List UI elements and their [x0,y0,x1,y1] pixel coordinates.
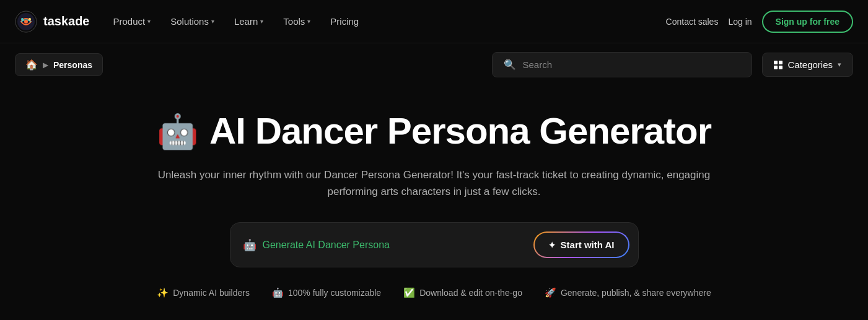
nav-item-solutions[interactable]: Solutions ▾ [162,11,223,32]
svg-point-4 [28,18,31,20]
nav-item-pricing[interactable]: Pricing [322,11,367,32]
feature-label-4: Generate, publish, & share everywhere [561,288,711,298]
robot-emoji-2: 🤖 [272,287,284,298]
cta-box: 🤖 Generate AI Dancer Persona ✦ Start wit… [230,222,639,267]
svg-point-2 [24,20,28,24]
svg-point-3 [21,18,24,20]
categories-button[interactable]: Categories ▾ [762,53,853,77]
search-icon: 🔍 [504,59,516,71]
sparkle-emoji: ✨ [157,287,169,298]
page-description: Unleash your inner rhythm with our Dance… [156,166,713,200]
cta-placeholder-text: Generate AI Dancer Persona [263,240,390,251]
start-with-ai-button[interactable]: ✦ Start with AI [533,231,629,258]
cta-robot-icon: 🤖 [243,238,256,252]
feature-label-3: Download & edit on-the-go [419,288,522,298]
logo-text: taskade [43,14,90,28]
home-icon: 🏠 [25,59,38,71]
search-placeholder: Search [522,59,552,70]
sparkle-icon: ✦ [548,240,556,250]
chevron-down-icon: ▾ [211,18,214,25]
feature-label-2: 100% fully customizable [288,288,381,298]
feature-label-1: Dynamic AI builders [173,288,250,298]
robot-emoji: 🤖 [157,115,198,148]
check-emoji: ✅ [403,287,415,298]
main-content: 🤖 AI Dancer Persona Generator Unleash yo… [0,86,868,317]
logo[interactable]: taskade [15,11,90,33]
breadcrumb[interactable]: 🏠 ▶ Personas [15,53,103,76]
chevron-down-icon: ▾ [147,18,151,25]
login-button[interactable]: Log in [728,17,752,27]
nav-links: Product ▾ Solutions ▾ Learn ▾ Tools ▾ Pr… [105,11,368,32]
features-row: ✨ Dynamic AI builders 🤖 100% fully custo… [157,287,711,298]
page-title: AI Dancer Persona Generator [209,111,711,152]
rocket-emoji: 🚀 [545,287,556,298]
search-input[interactable]: 🔍 Search [492,52,752,77]
breadcrumb-bar: 🏠 ▶ Personas 🔍 Search Categories ▾ [0,43,868,86]
nav-right: Contact sales Log in Sign up for free [666,11,853,33]
breadcrumb-arrow: ▶ [43,61,48,69]
chevron-down-icon: ▾ [307,18,310,25]
signup-button[interactable]: Sign up for free [762,11,853,33]
breadcrumb-current: Personas [53,60,92,70]
navbar: taskade Product ▾ Solutions ▾ Learn ▾ To… [0,0,868,43]
page-title-row: 🤖 AI Dancer Persona Generator [157,111,711,152]
nav-item-product[interactable]: Product ▾ [105,11,160,32]
chevron-down-icon: ▾ [838,61,841,69]
nav-item-tools[interactable]: Tools ▾ [274,11,319,32]
feature-item-1: ✨ Dynamic AI builders [157,287,250,298]
chevron-down-icon: ▾ [260,18,263,25]
feature-item-2: 🤖 100% fully customizable [272,287,381,298]
nav-item-learn[interactable]: Learn ▾ [226,11,272,32]
grid-icon [774,61,783,69]
contact-sales-link[interactable]: Contact sales [666,17,719,27]
feature-item-4: 🚀 Generate, publish, & share everywhere [545,287,711,298]
cta-input-area[interactable]: 🤖 Generate AI Dancer Persona [243,238,390,252]
feature-item-3: ✅ Download & edit on-the-go [403,287,522,298]
